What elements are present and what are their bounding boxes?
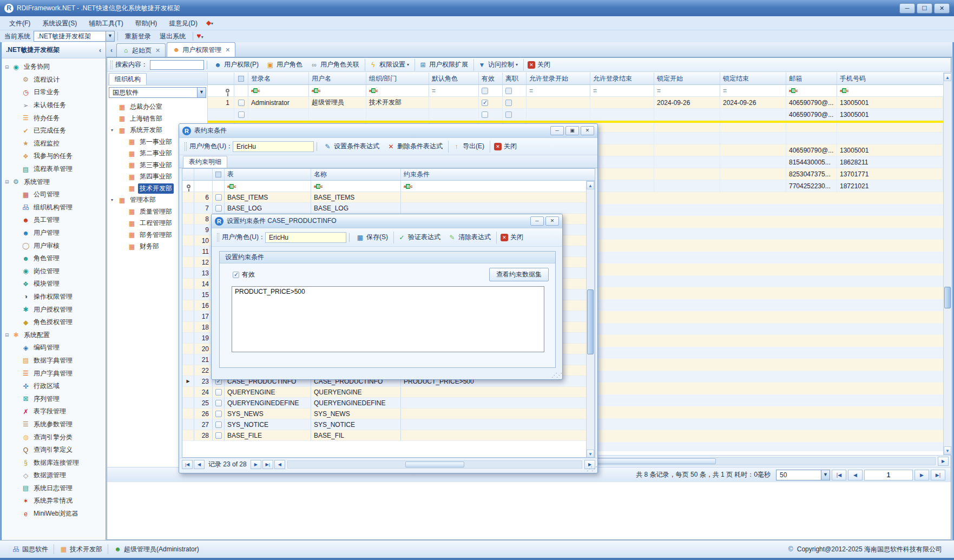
system-combo[interactable]: .NET敏捷开发框架 ▼ — [34, 31, 115, 42]
sidebar-tree-item[interactable]: ◯ 用户审核 — [2, 239, 106, 252]
dialog-toolbar-button[interactable]: ↑ 导出(E) — [448, 141, 488, 153]
chevron-down-icon[interactable]: ▼ — [197, 88, 206, 97]
sidebar-tree-item[interactable]: ☰ 待办任务 — [2, 111, 106, 124]
col-header[interactable]: 锁定结束 — [720, 73, 786, 84]
expression-textarea[interactable]: PRODUCT_PRICE>500 — [232, 286, 544, 352]
table-row[interactable]: 6 BASE_ITEMS BASE_ITEMS — [182, 192, 595, 203]
exit-system-button[interactable]: 退出系统 — [155, 32, 190, 41]
table-row[interactable]: 406590790@... 13005001 — [208, 109, 943, 121]
org-combo[interactable]: 国思软件 ▼ — [109, 87, 206, 98]
sidebar-tree-item[interactable]: ✣ 行政区域 — [2, 380, 106, 393]
org-tree-item[interactable]: ▦ 总裁办公室 — [108, 101, 207, 113]
scroll-down-icon[interactable]: ▼ — [944, 446, 951, 454]
menu-item[interactable]: 文件(F) — [3, 17, 36, 30]
sidebar-tree-item[interactable]: ✔ 已完成任务 — [2, 124, 106, 137]
dialog-minimize-button[interactable]: ─ — [550, 126, 564, 135]
col-header[interactable]: 允许登录结束 — [590, 73, 654, 84]
tab-scroll-left-icon[interactable]: ‹ — [108, 45, 115, 56]
col-header[interactable]: 邮箱 — [786, 73, 837, 84]
user-role-input[interactable]: EricHu — [233, 141, 314, 152]
sidebar-tree-item[interactable]: ☻ 员工管理 — [2, 214, 106, 227]
toolbar-button[interactable]: ϟ 权限设置 — [365, 59, 413, 71]
menu-item[interactable]: 辅助工具(T) — [83, 17, 129, 30]
sidebar-tree-item[interactable]: ▤ 系统日志管理 — [2, 482, 106, 495]
document-tab[interactable]: ⌂ 起始页 ✕ — [116, 43, 166, 57]
table-row[interactable]: 27 SYS_NOTICE SYS_NOTICE — [182, 419, 595, 430]
col-header[interactable]: 离职 — [503, 73, 527, 84]
row-checkbox[interactable] — [215, 400, 222, 406]
favorite-heart-icon[interactable]: ♥▾ — [196, 32, 204, 41]
toolbar-button[interactable]: ∞ 用户角色关联 — [306, 59, 363, 71]
prev-page-button[interactable]: ◀ — [848, 470, 863, 480]
user-role-input[interactable]: EricHu — [265, 232, 346, 243]
row-checkbox[interactable] — [215, 432, 222, 439]
table-row[interactable]: 24 QUERYENGINE QUERYENGINE — [182, 387, 595, 398]
toolbar-button[interactable]: ✕ 关闭 — [523, 59, 554, 71]
dialog-maximize-button[interactable]: ▣ — [565, 126, 579, 135]
expand-icon[interactable] — [111, 128, 118, 133]
select-all-icon[interactable] — [238, 76, 244, 82]
dialog-minimize-button[interactable]: ─ — [530, 216, 544, 226]
grid-filter-row[interactable]: aBc aBc aBc = = = = = aBc aBc — [208, 85, 943, 97]
detail-tab[interactable]: 表约束明细 — [183, 156, 227, 168]
document-tab[interactable]: ☻ 用户权限管理 ✕ — [167, 42, 235, 57]
valid-checkbox[interactable] — [482, 111, 488, 118]
sidebar-tree-item[interactable]: ◇ 数据源管理 — [2, 469, 106, 482]
dialog-titlebar[interactable]: R 设置约束条件 CASE_PRODUCTINFO ─ ✕ — [212, 214, 562, 228]
sidebar-tree-item[interactable]: ✶ 系统异常情况 — [2, 495, 106, 508]
search-input[interactable] — [150, 60, 204, 70]
sidebar-tree-item[interactable]: ⚙ 流程设计 — [2, 74, 106, 87]
menu-item[interactable]: 帮助(H) — [129, 17, 163, 30]
tab-close-icon[interactable]: ✕ — [155, 47, 160, 54]
table-row[interactable]: 28 BASE_FILE BASE_FIL — [182, 430, 595, 441]
col-header[interactable]: 约束条件 — [401, 169, 595, 180]
sidebar-tree-item[interactable]: Q 查询引擎定义 — [2, 444, 106, 457]
org-tree-item[interactable]: ▦ 上海销售部 — [108, 113, 207, 125]
minimize-button[interactable]: ─ — [899, 3, 915, 14]
scrollbar-thumb[interactable] — [405, 462, 464, 467]
expand-icon[interactable] — [111, 197, 118, 202]
filter-checkbox[interactable] — [482, 88, 488, 94]
dialog-toolbar-button[interactable]: ✕ 关闭 — [496, 232, 527, 243]
scrollbar-thumb[interactable] — [944, 287, 951, 308]
sidebar-tree-item[interactable]: § 数据库连接管理 — [2, 456, 106, 469]
sidebar-tree-item[interactable]: ◉ 业务协同 — [2, 61, 106, 74]
dialog-toolbar-button[interactable]: ✕ 关闭 — [490, 141, 521, 153]
col-header[interactable]: 组织/部门 — [366, 73, 429, 84]
tab-close-icon[interactable]: ✕ — [225, 47, 230, 54]
dialog-close-button[interactable]: ✕ — [545, 216, 559, 226]
sidebar-tree-item[interactable]: ⚙ 系统管理 — [2, 175, 106, 188]
sidebar-tree-item[interactable]: ◑ 操作权限管理 — [2, 291, 106, 304]
col-header[interactable]: 名称 — [311, 169, 401, 180]
table-row[interactable]: 25 QUERYENGINEDEFINE QUERYENGINEDEFINE — [182, 398, 595, 409]
sidebar-tree-item[interactable]: ◆ 角色授权管理 — [2, 316, 106, 329]
dialog-toolbar-button[interactable]: ✎ 设置条件表达式 — [320, 141, 383, 153]
org-tab[interactable]: 组织机构 — [109, 73, 147, 85]
sidebar-tree-item[interactable]: ◈ 编码管理 — [2, 341, 106, 354]
row-checkbox[interactable] — [215, 205, 222, 212]
expand-icon[interactable] — [5, 332, 12, 338]
sidebar-tree-item[interactable]: ➢ 未认领任务 — [2, 99, 106, 112]
select-all-icon[interactable] — [215, 172, 221, 177]
first-page-button[interactable]: |◀ — [832, 470, 846, 480]
sidebar-tree-item[interactable]: 品 组织机构管理 — [2, 201, 106, 214]
sidebar-tree-item[interactable]: ✱ 用户授权管理 — [2, 303, 106, 316]
table-row[interactable]: 26 SYS_NEWS SYS_NEWS — [182, 409, 595, 419]
resize-grip[interactable]: ⋰⋰ — [587, 465, 596, 472]
col-header[interactable]: 用户名 — [309, 73, 366, 84]
row-checkbox[interactable] — [238, 100, 245, 106]
toolbar-button[interactable]: ▣ 用户角色 — [262, 59, 306, 71]
nav-next-button[interactable]: ▶ — [251, 460, 261, 469]
sidebar-tree-item[interactable]: ◷ 日常业务 — [2, 86, 106, 99]
sidebar-tree-item[interactable]: ☰ 系统参数管理 — [2, 418, 106, 431]
sidebar-tree-item[interactable]: ☰ 用户字典管理 — [2, 367, 106, 380]
valid-checkbox[interactable] — [233, 272, 239, 278]
dialog-close-button[interactable]: ✕ — [581, 126, 594, 135]
sidebar-tree-item[interactable]: ⊠ 序列管理 — [2, 392, 106, 405]
header-select-all[interactable] — [234, 73, 248, 84]
toolbar-button[interactable]: ☻ 用户权限(P) — [210, 59, 262, 71]
expand-icon[interactable] — [5, 64, 12, 70]
maximize-button[interactable]: ☐ — [917, 3, 932, 14]
dialog-titlebar[interactable]: R 表约束条件 ─ ▣ ✕ — [179, 124, 597, 138]
scroll-up-icon[interactable]: ▲ — [944, 73, 951, 81]
